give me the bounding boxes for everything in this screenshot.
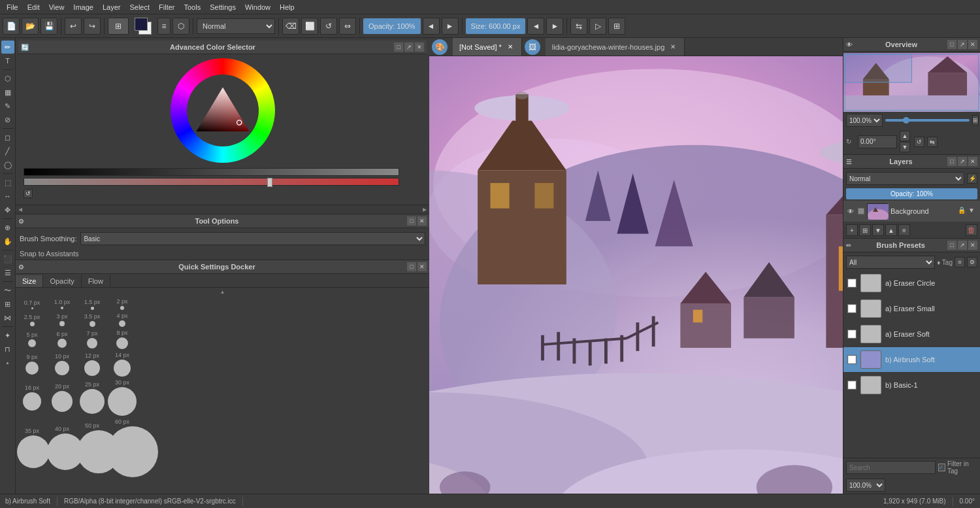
rotate-up[interactable]: ▲ (900, 131, 910, 141)
bp-basic-1[interactable]: b) Basic-1 (843, 373, 980, 398)
tab-unsaved-close[interactable]: ✕ (506, 42, 515, 52)
grid-tool[interactable]: ⊞ (1, 297, 14, 311)
tab-opacity[interactable]: Opacity (43, 275, 81, 287)
text-tool[interactable]: T (1, 54, 14, 67)
brush-tool[interactable]: ✏ (1, 41, 14, 54)
ellipse-tool[interactable]: ◯ (1, 158, 14, 171)
menu-layer[interactable]: Layer (99, 2, 125, 12)
layers-filter[interactable]: ⚡ (967, 173, 977, 184)
tab-size[interactable]: Size (16, 275, 43, 287)
bp-eraser-soft[interactable]: a) Eraser Soft (843, 322, 980, 347)
zoom-select[interactable]: 100.0% (846, 114, 883, 127)
brush-tool-2[interactable]: ⊘ (1, 113, 14, 126)
refresh-button[interactable]: ↺ (24, 189, 33, 198)
fill-tool[interactable]: ⬡ (1, 72, 14, 85)
brush-8px[interactable]: 8 px (107, 330, 137, 349)
menu-edit[interactable]: Edit (24, 2, 44, 12)
rotate-reset[interactable]: ↺ (914, 137, 924, 147)
path-tool[interactable]: ⋈ (1, 311, 14, 324)
preserve-alpha-button[interactable]: ⬜ (301, 18, 318, 35)
layers-opacity-bar[interactable]: Opacity: 100% (846, 188, 977, 199)
color-triangle[interactable] (187, 75, 259, 146)
brush-smooth-select[interactable]: Basic (80, 232, 425, 245)
overview-thumbnail[interactable] (843, 53, 980, 112)
tool-options-float[interactable]: ✕ (417, 216, 427, 226)
color-picker-tool[interactable]: ⬛ (1, 252, 14, 265)
delete-layer-button[interactable]: 🗑 (966, 224, 977, 236)
rotate-mirror[interactable]: ⇆ (927, 137, 938, 147)
refresh-button[interactable]: ↺ (320, 18, 337, 35)
color-wheel[interactable] (171, 58, 275, 163)
menu-tools[interactable]: Tools (180, 2, 205, 12)
bp-search-input[interactable] (846, 461, 936, 474)
rotate-field[interactable] (858, 135, 897, 148)
copy-layer-button[interactable]: ⊞ (859, 224, 871, 236)
brush-40px[interactable]: 40 px (47, 426, 77, 470)
brush-9px[interactable]: 9 px (17, 354, 47, 375)
gradient-tool[interactable]: ▦ (1, 86, 14, 99)
layers-float[interactable]: ↗ (958, 157, 967, 166)
brush-50px[interactable]: 50 px (77, 422, 107, 473)
brush-12px[interactable]: 12 px (77, 352, 107, 376)
menu-settings[interactable]: Settings (206, 2, 240, 12)
menu-select[interactable]: Select (125, 2, 154, 12)
brush-3.5px[interactable]: 3.5 px (77, 313, 107, 327)
layers-close[interactable]: ✕ (968, 157, 977, 166)
curves-tool[interactable]: 〜 (1, 284, 14, 297)
menu-filter[interactable]: Filter (155, 2, 178, 12)
bp-eraser-small[interactable]: a) Eraser Small (843, 296, 980, 322)
scroll-right[interactable]: ▶ (423, 207, 427, 212)
layer-down-btn[interactable]: ▼ (968, 207, 977, 216)
transform-button[interactable]: ⊞ (608, 18, 625, 35)
undo-button[interactable]: ↩ (65, 18, 82, 35)
layer-down-button[interactable]: ▲ (885, 224, 897, 236)
layer-lock-btn[interactable]: 🔒 (958, 207, 967, 216)
eraser-button[interactable]: ⌫ (282, 18, 299, 35)
menu-view[interactable]: View (45, 2, 69, 12)
h-slider[interactable] (24, 168, 399, 176)
layer-background[interactable]: 👁 Background 🔒 ▼ (843, 201, 980, 222)
tab-flow[interactable]: Flow (82, 275, 110, 287)
shape-tool[interactable]: ◻ (1, 131, 14, 144)
opacity-control[interactable]: Opacity: 100% (363, 18, 421, 34)
menu-file[interactable]: File (3, 2, 22, 12)
overview-close[interactable]: ✕ (968, 40, 977, 49)
quick-settings-float[interactable]: ✕ (417, 262, 427, 271)
brush-60px[interactable]: 60 px (107, 418, 137, 477)
brush-0.7px[interactable]: 0.7 px (17, 299, 47, 309)
scroll-left[interactable]: ◀ (18, 207, 22, 212)
tab-unsaved[interactable]: [Not Saved] * ✕ (453, 38, 522, 56)
tab-reference-close[interactable]: ✕ (668, 42, 678, 52)
bp-zoom-select[interactable]: 100.0% (846, 479, 885, 492)
blend-mode-select[interactable]: Normal (197, 18, 275, 34)
brush-presets-detach[interactable]: □ (947, 241, 956, 250)
layers-detach[interactable]: □ (947, 157, 956, 166)
something-button[interactable]: ≡ (157, 18, 171, 35)
mirror-v-button[interactable]: ▷ (589, 18, 606, 35)
select-tool[interactable]: ⬚ (1, 176, 14, 189)
bp-eraser-circle[interactable]: a) Eraser Circle (843, 271, 980, 296)
opacity-down[interactable]: ◄ (423, 18, 440, 35)
quick-settings-detach[interactable]: □ (407, 262, 416, 271)
layer-vis-icon[interactable]: 👁 (846, 207, 855, 216)
brush-25px[interactable]: 25 px (77, 381, 107, 414)
expand-button[interactable]: ⇔ (339, 18, 356, 35)
overview-float[interactable]: ↗ (958, 40, 967, 49)
brush-3px[interactable]: 3 px (47, 313, 77, 326)
color-selector-close[interactable]: ✕ (415, 42, 424, 52)
size-up[interactable]: ► (546, 18, 563, 35)
layer-up-button[interactable]: ▼ (872, 224, 884, 236)
brush-2.5px[interactable]: 2.5 px (17, 314, 47, 326)
s-slider[interactable] (24, 178, 399, 186)
brush-presets-close[interactable]: ✕ (968, 241, 977, 250)
brush-20px[interactable]: 20 px (47, 383, 77, 412)
menu-help[interactable]: Help (276, 2, 299, 12)
brush-5px[interactable]: 5 px (17, 331, 47, 347)
bp-airbrush-soft[interactable]: b) Airbrush Soft (843, 347, 980, 373)
open-file-button[interactable]: 📂 (22, 18, 39, 35)
zoom-fit-button[interactable]: ⊞ (972, 115, 979, 126)
transform-tool[interactable]: ↔ (1, 190, 14, 203)
pencil-tool[interactable]: ✎ (1, 99, 14, 112)
layers-mode-select[interactable]: Normal (846, 172, 964, 185)
brush-6px[interactable]: 6 px (47, 331, 77, 348)
